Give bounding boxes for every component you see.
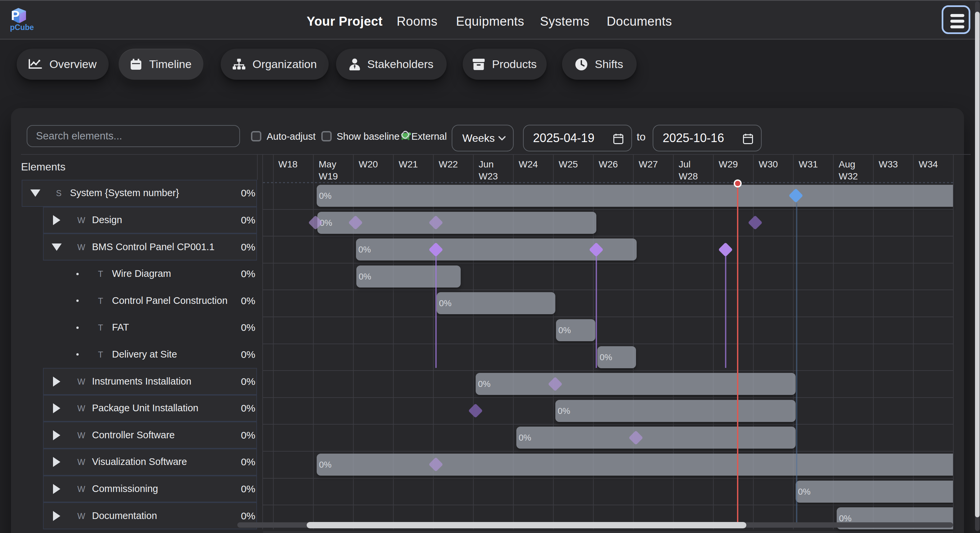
svg-text:P: P [11,9,19,23]
